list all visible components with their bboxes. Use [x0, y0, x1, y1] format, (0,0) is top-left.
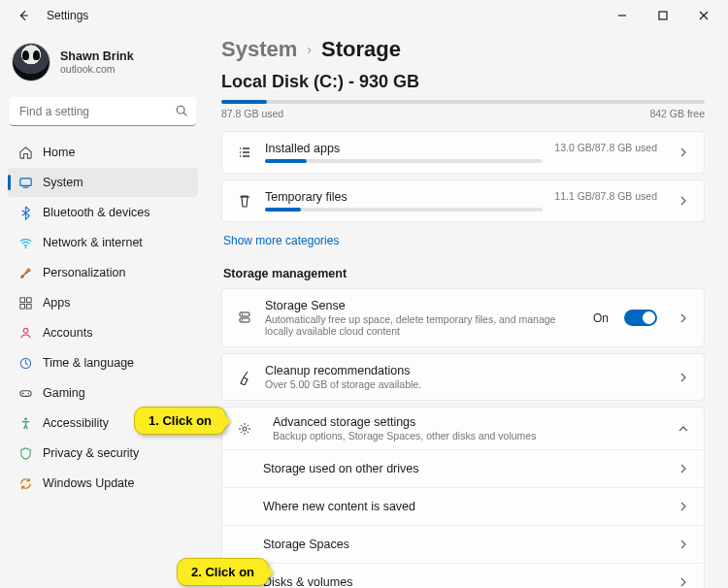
- sidebar-item-home[interactable]: Home: [8, 138, 198, 167]
- disk-title: Local Disk (C:) - 930 GB: [221, 72, 705, 92]
- chevron-right-icon: [677, 462, 690, 475]
- search-input[interactable]: [10, 97, 196, 126]
- sidebar-item-label: Accessibility: [43, 416, 109, 430]
- callout-1: 1. Click on: [134, 407, 226, 435]
- sidebar-item-system[interactable]: System: [8, 168, 198, 197]
- row-title: Where new content is saved: [263, 500, 657, 513]
- breadcrumb-parent[interactable]: System: [221, 37, 297, 62]
- sidebar-item-apps[interactable]: Apps: [8, 288, 198, 317]
- breadcrumb-current: Storage: [321, 37, 401, 62]
- category-usage: 11.1 GB/87.8 GB used: [554, 190, 657, 202]
- row-title: Advanced storage settings: [273, 415, 649, 429]
- chevron-up-icon: [677, 422, 690, 436]
- sidebar: Shawn Brink outlook.com Home System: [0, 31, 204, 588]
- breadcrumb: System › Storage: [221, 37, 705, 62]
- cleanup-row[interactable]: Cleanup recommendations Over 5.00 GB of …: [222, 354, 704, 400]
- category-temp-files[interactable]: Temporary files 11.1 GB/87.8 GB used: [222, 180, 704, 221]
- advanced-child-new-content[interactable]: Where new content is saved: [222, 487, 704, 525]
- avatar: [12, 43, 50, 82]
- toggle-state-label: On: [593, 311, 609, 325]
- paintbrush-icon: [17, 265, 33, 280]
- update-icon: [17, 475, 33, 491]
- svg-rect-4: [19, 297, 24, 302]
- svg-rect-5: [26, 297, 31, 302]
- chevron-right-icon: ›: [307, 42, 312, 57]
- chevron-right-icon: [677, 500, 690, 513]
- titlebar: Settings: [0, 0, 728, 31]
- sidebar-item-label: System: [43, 176, 83, 189]
- row-title: Storage Spaces: [263, 538, 657, 551]
- sidebar-item-label: Time & language: [43, 356, 134, 370]
- clock-globe-icon: [17, 355, 33, 371]
- disk-usage-fill: [221, 100, 267, 104]
- svg-rect-6: [19, 304, 24, 309]
- sidebar-item-label: Personalization: [43, 266, 125, 279]
- sidebar-item-privacy[interactable]: Privacy & security: [8, 439, 198, 468]
- svg-point-8: [23, 328, 28, 333]
- sidebar-item-label: Network & internet: [43, 236, 143, 249]
- svg-rect-14: [240, 318, 249, 322]
- category-title: Temporary files: [265, 190, 543, 204]
- profile-email: outlook.com: [60, 63, 134, 75]
- shield-icon: [17, 445, 33, 461]
- show-more-link[interactable]: Show more categories: [223, 234, 339, 247]
- maximize-button[interactable]: [643, 2, 683, 29]
- chevron-right-icon: [677, 194, 690, 208]
- row-subtitle: Automatically free up space, delete temp…: [265, 313, 581, 337]
- apps-icon: [17, 295, 33, 310]
- category-title: Installed apps: [265, 142, 543, 155]
- svg-point-16: [242, 319, 243, 320]
- row-title: Storage used on other drives: [263, 462, 657, 475]
- trash-icon: [236, 192, 253, 210]
- storage-sense-toggle[interactable]: [624, 310, 657, 326]
- profile-name: Shawn Brink: [60, 49, 134, 63]
- back-button[interactable]: [12, 4, 35, 27]
- main: System › Storage Local Disk (C:) - 930 G…: [204, 31, 728, 588]
- sidebar-item-label: Bluetooth & devices: [43, 206, 150, 219]
- system-icon: [17, 175, 33, 190]
- broom-icon: [236, 369, 253, 386]
- disk-used-label: 87.8 GB used: [221, 108, 283, 119]
- sidebar-item-gaming[interactable]: Gaming: [8, 378, 198, 408]
- chevron-right-icon: [677, 311, 690, 325]
- section-heading: Storage management: [223, 267, 705, 280]
- sidebar-item-label: Home: [43, 146, 75, 159]
- advanced-child-other-drives[interactable]: Storage used on other drives: [222, 449, 704, 487]
- accessibility-icon: [17, 415, 33, 431]
- storage-sense-row[interactable]: Storage Sense Automatically free up spac…: [222, 289, 704, 346]
- nav: Home System Bluetooth & devices Network …: [8, 138, 198, 498]
- row-title: Storage Sense: [265, 299, 581, 312]
- account-icon: [17, 325, 33, 341]
- svg-point-12: [24, 417, 27, 420]
- row-subtitle: Backup options, Storage Spaces, other di…: [273, 430, 649, 441]
- bluetooth-icon: [17, 205, 33, 220]
- sidebar-item-network[interactable]: Network & internet: [8, 228, 198, 257]
- row-subtitle: Over 5.00 GB of storage available.: [265, 378, 657, 390]
- sidebar-item-personalization[interactable]: Personalization: [8, 258, 198, 287]
- search-field[interactable]: [10, 97, 196, 126]
- minimize-button[interactable]: [602, 2, 643, 29]
- profile[interactable]: Shawn Brink outlook.com: [8, 39, 198, 91]
- sidebar-item-accounts[interactable]: Accounts: [8, 318, 198, 347]
- category-bar: [265, 159, 543, 163]
- gaming-icon: [17, 385, 33, 401]
- sidebar-item-label: Apps: [43, 296, 71, 310]
- advanced-storage-row[interactable]: Advanced storage settings Backup options…: [222, 408, 704, 449]
- svg-rect-13: [240, 312, 249, 316]
- sidebar-item-bluetooth[interactable]: Bluetooth & devices: [8, 198, 198, 227]
- sidebar-item-label: Accounts: [43, 326, 92, 340]
- chevron-right-icon: [677, 371, 690, 384]
- sidebar-item-windows-update[interactable]: Windows Update: [8, 469, 198, 498]
- chevron-right-icon: [677, 538, 690, 551]
- advanced-child-disks-volumes[interactable]: Disks & volumes: [222, 563, 704, 588]
- category-installed-apps[interactable]: Installed apps 13.0 GB/87.8 GB used: [222, 132, 704, 173]
- home-icon: [17, 145, 33, 160]
- close-button[interactable]: [683, 2, 724, 29]
- svg-rect-10: [19, 390, 30, 396]
- sidebar-item-time-language[interactable]: Time & language: [8, 348, 198, 377]
- advanced-child-storage-spaces[interactable]: Storage Spaces: [222, 525, 704, 563]
- window-title: Settings: [47, 9, 88, 22]
- storage-sense-icon: [236, 310, 253, 327]
- sidebar-item-label: Gaming: [43, 386, 85, 400]
- callout-2: 2. Click on: [177, 558, 269, 586]
